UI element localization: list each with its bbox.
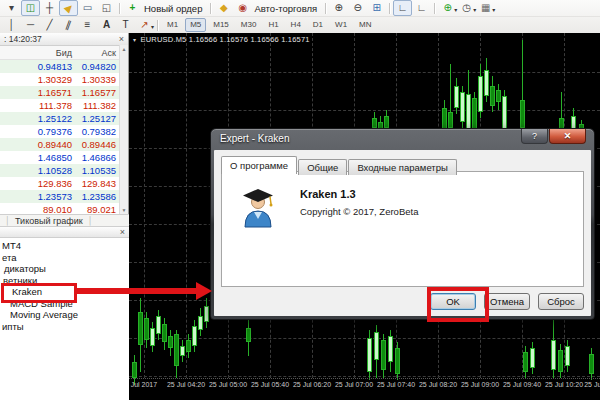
timeframe-d1[interactable]: D1 bbox=[308, 18, 328, 32]
market-watch-row[interactable]: 1.165711.16577 bbox=[0, 86, 128, 99]
timeframe-h1[interactable]: H1 bbox=[263, 18, 283, 32]
market-watch-row[interactable]: 1.303291.30339 bbox=[0, 73, 128, 86]
candlestick bbox=[192, 326, 197, 346]
candlestick bbox=[460, 92, 465, 122]
candlestick bbox=[523, 352, 528, 372]
zoom-out-icon[interactable]: ⊖ bbox=[348, 0, 367, 16]
crosshair-icon[interactable]: ┼ bbox=[40, 0, 59, 16]
tick-chart-tab-label: Тиковый график bbox=[15, 216, 83, 226]
candlestick bbox=[484, 70, 489, 96]
candlestick bbox=[144, 318, 149, 340]
chart-shift-icon[interactable]: ∟ bbox=[393, 0, 412, 16]
horizontal-line-icon[interactable]: ─ bbox=[21, 17, 40, 33]
timeframe-m30[interactable]: M30 bbox=[236, 18, 262, 32]
timeframe-mn[interactable]: MN bbox=[354, 18, 376, 32]
reset-button[interactable]: Сброс bbox=[538, 293, 584, 310]
navigator-item-ета[interactable]: ета bbox=[0, 252, 129, 264]
timeframe-m5[interactable]: M5 bbox=[185, 18, 206, 32]
market-watch-row[interactable]: 0.793760.79382 bbox=[0, 125, 128, 138]
navigator-tree: МТ4етадикаторыветникиKrakenMACD SampleMo… bbox=[0, 238, 129, 400]
indicators-icon: ⊕ bbox=[443, 1, 451, 15]
dialog-close-button[interactable]: ✕ bbox=[549, 129, 586, 144]
toolbar-row1: ▾◫┼▶▭◱+Новый ордер◆◉Авто-торговля⊕⊖⊞∟∟⊕▾… bbox=[0, 0, 600, 16]
vertical-line-icon[interactable]: │ bbox=[2, 17, 21, 33]
market-watch-row[interactable]: 111.378111.382 bbox=[0, 99, 128, 112]
timeframe-m1[interactable]: M1 bbox=[162, 18, 183, 32]
toolbar-overflow-caret[interactable]: ▾ bbox=[2, 0, 21, 16]
toolbar-overflow-caret: ▾ bbox=[9, 1, 14, 15]
ask-value: 129.843 bbox=[72, 177, 116, 190]
bid-value: 1.30329 bbox=[26, 73, 72, 86]
candlestick-chart-icon[interactable]: ◫ bbox=[21, 0, 40, 16]
market-watch-row[interactable]: 129.836129.843 bbox=[0, 177, 128, 190]
market-watch-row[interactable]: 1.468501.46866 bbox=[0, 151, 128, 164]
market-watch-scrollbar[interactable]: ▲ ▼ bbox=[119, 45, 128, 214]
candlestick bbox=[198, 316, 203, 330]
label-tool-icon[interactable]: T bbox=[116, 17, 135, 33]
bid-value: 0.89440 bbox=[26, 138, 72, 151]
trendline-icon[interactable]: ╱ bbox=[40, 17, 59, 33]
chart-shift-icon: ∟ bbox=[398, 1, 408, 15]
ask-column-header[interactable]: Аск bbox=[72, 48, 116, 58]
bid-column-header[interactable]: Бид bbox=[26, 48, 72, 58]
cursor-icon[interactable]: ▶ bbox=[59, 0, 78, 16]
candlestick bbox=[520, 100, 525, 128]
tick-chart-tab[interactable]: │ Тиковый график │ bbox=[0, 214, 129, 227]
expert-hat-icon[interactable]: ◆ bbox=[214, 0, 233, 16]
new-order-label[interactable]: Новый ордер bbox=[144, 3, 202, 14]
grid-line bbox=[129, 110, 600, 111]
scroll-down-icon[interactable]: ▼ bbox=[122, 207, 127, 213]
indicators-icon[interactable]: ⊕▾ bbox=[438, 0, 457, 16]
new-order-icon[interactable]: + bbox=[123, 0, 142, 16]
zoom-in-icon[interactable]: ⊕ bbox=[329, 0, 348, 16]
market-watch-row[interactable]: 0.894400.89446 bbox=[0, 138, 128, 151]
cancel-button[interactable]: Отмена bbox=[484, 293, 530, 310]
timeframe-m15[interactable]: M15 bbox=[208, 18, 234, 32]
annotation-arrow bbox=[77, 288, 196, 294]
market-watch-row[interactable]: 1.235731.23586 bbox=[0, 190, 128, 203]
dialog-tab-о-программе[interactable]: О программе bbox=[221, 156, 297, 174]
time-axis-label: 25 Jul 06:20 bbox=[293, 381, 331, 388]
periods-icon[interactable]: ◷▾ bbox=[457, 0, 476, 16]
auto-trading-icon[interactable]: ◉ bbox=[233, 0, 252, 16]
market-watch-row[interactable]: 1.251221.25127 bbox=[0, 112, 128, 125]
toolbar-separator bbox=[157, 20, 158, 31]
zoom-in-icon: ⊕ bbox=[334, 1, 342, 15]
close-icon[interactable]: × bbox=[119, 35, 124, 44]
text-tool-icon[interactable]: A bbox=[97, 17, 116, 33]
navigator-item-дикаторы[interactable]: дикаторы bbox=[0, 263, 129, 275]
tab-separator: │ bbox=[88, 216, 93, 225]
candlestick bbox=[565, 346, 570, 366]
product-name: Kraken 1.3 bbox=[300, 188, 418, 200]
auto-trading-label[interactable]: Авто-торговля bbox=[254, 3, 317, 14]
candlestick bbox=[150, 328, 155, 346]
dialog-tab-входные-параметры[interactable]: Входные параметры bbox=[348, 159, 456, 175]
navigator-item-мт4[interactable]: МТ4 bbox=[0, 240, 129, 252]
close-icon[interactable]: × bbox=[120, 228, 125, 237]
ask-value: 1.23586 bbox=[72, 190, 116, 203]
chart-autoscroll-icon[interactable]: ∟ bbox=[412, 0, 431, 16]
candlestick-chart-icon: ◫ bbox=[26, 1, 35, 15]
navigator-item-ипты[interactable]: ипты bbox=[0, 321, 129, 333]
bid-value: 129.836 bbox=[26, 177, 72, 190]
zoom-box-icon[interactable]: ◱ bbox=[97, 0, 116, 16]
fibonacci-icon[interactable]: ≡ bbox=[78, 17, 97, 33]
market-watch-row[interactable]: 1.105281.10535 bbox=[0, 164, 128, 177]
navigator-item-moving-average[interactable]: Moving Average bbox=[0, 309, 129, 321]
timeframe-h4[interactable]: H4 bbox=[286, 18, 306, 32]
candlestick bbox=[186, 340, 191, 352]
equidistant-channel-icon[interactable]: ∥ bbox=[59, 17, 78, 33]
time-axis-label: 25 Jul 05:40 bbox=[251, 381, 289, 388]
help-button[interactable]: ? bbox=[521, 129, 548, 144]
arrows-tool-icon[interactable]: ↗▾ bbox=[135, 17, 154, 33]
dialog-tab-общие[interactable]: Общие bbox=[298, 159, 347, 175]
toolbar-row2: │─╱∥≡AT↗▾M1M5M15M30H1H4D1W1MN bbox=[0, 16, 600, 33]
templates-icon[interactable]: ▦▾ bbox=[476, 0, 495, 16]
dialog-body: О программеОбщиеВходные параметры Kraken… bbox=[214, 150, 591, 316]
market-watch-row[interactable]: 0.948130.94820 bbox=[0, 60, 128, 73]
time-axis-label: 25 Jul 09:40 bbox=[503, 381, 541, 388]
timeframe-w1[interactable]: W1 bbox=[330, 18, 352, 32]
window-icon[interactable]: ▭ bbox=[78, 0, 97, 16]
scroll-up-icon[interactable]: ▲ bbox=[122, 46, 127, 52]
tile-windows-icon[interactable]: ⊞ bbox=[367, 0, 386, 16]
